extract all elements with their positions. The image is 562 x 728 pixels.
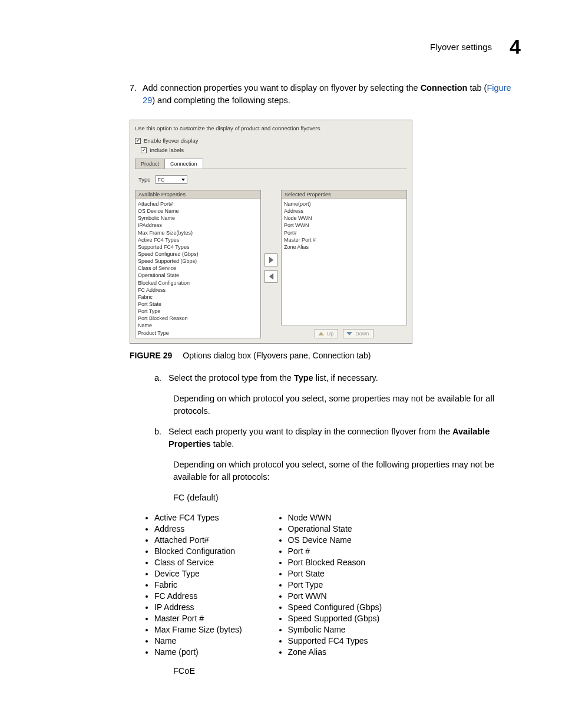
list-item[interactable]: Zone Alias bbox=[284, 243, 404, 251]
step-7a-pre: Select the bbox=[168, 373, 209, 383]
step-7a-text: Select the protocol type from the Type l… bbox=[168, 372, 378, 384]
step-7-text-mid: tab ( bbox=[467, 83, 487, 93]
step-7a: a. Select the protocol type from the Typ… bbox=[154, 372, 521, 384]
properties-bullet-right: Node WWNOperational StateOS Device NameP… bbox=[275, 512, 382, 658]
list-item[interactable]: Port State bbox=[138, 301, 258, 308]
list-item[interactable]: Class of Service bbox=[138, 265, 258, 272]
list-item[interactable]: FC Address bbox=[138, 286, 258, 294]
step-7b: b. Select each property you want to disp… bbox=[154, 426, 521, 450]
list-item: Node WWN bbox=[288, 512, 382, 523]
available-properties-list[interactable]: Attached Port#OS Device NameSymbolic Nam… bbox=[135, 199, 261, 338]
list-item[interactable]: Max Frame Size(bytes) bbox=[138, 229, 258, 236]
arrow-left-icon bbox=[269, 273, 274, 280]
figure-caption: FIGURE 29Options dialog box (Flyovers pa… bbox=[130, 351, 521, 360]
available-properties-col: Available Properties Attached Port#OS De… bbox=[135, 190, 261, 338]
triangle-down-icon bbox=[346, 332, 352, 335]
page-content: 7. Add connection properties you want to… bbox=[0, 64, 562, 687]
list-item: Blocked Configuration bbox=[154, 546, 242, 557]
include-labels-label: Include labels bbox=[150, 147, 184, 153]
enable-flyover-checkbox-row[interactable]: ✔ Enable flyover display bbox=[135, 137, 407, 144]
step-7-bold-connection: Connection bbox=[421, 83, 468, 93]
list-item: Zone Alias bbox=[288, 647, 382, 658]
list-item[interactable]: Speed Supported (Gbps) bbox=[138, 258, 258, 265]
list-item[interactable]: Address bbox=[284, 207, 404, 215]
include-labels-checkbox-row[interactable]: ✔ Include labels bbox=[141, 147, 407, 153]
options-dialog-screenshot: Use this option to customize the display… bbox=[130, 120, 412, 344]
list-item: Supported FC4 Types bbox=[288, 635, 382, 647]
tab-connection[interactable]: Connection bbox=[164, 159, 203, 169]
selected-properties-list[interactable]: Name(port)AddressNode WWNPort WWNPort#Ma… bbox=[281, 199, 407, 325]
list-item[interactable]: Fabric bbox=[138, 294, 258, 301]
step-7a-letter: a. bbox=[154, 372, 161, 384]
list-item[interactable]: Product Type bbox=[138, 330, 258, 337]
arrow-right-icon bbox=[269, 256, 274, 263]
list-item[interactable]: Master Port # bbox=[284, 236, 404, 243]
step-7a-protocol: protocol bbox=[209, 373, 240, 383]
down-button[interactable]: Down bbox=[343, 329, 373, 338]
properties-bullet-columns: Active FC4 TypesAddressAttached Port#Blo… bbox=[141, 512, 521, 658]
step-7-number: 7. bbox=[130, 82, 137, 107]
move-left-button[interactable] bbox=[265, 270, 277, 283]
chevron-down-icon bbox=[181, 179, 185, 181]
move-right-button[interactable] bbox=[265, 253, 277, 266]
list-item[interactable]: Node WWN bbox=[284, 215, 404, 222]
step-7b-letter: b. bbox=[154, 426, 161, 450]
list-item: Active FC4 Types bbox=[154, 512, 242, 523]
list-item: Name bbox=[154, 635, 242, 647]
include-labels-checkbox[interactable]: ✔ bbox=[141, 147, 147, 153]
list-item[interactable]: Attached Port# bbox=[138, 200, 258, 207]
list-item[interactable]: Port Blocked Reason bbox=[138, 315, 258, 322]
list-item[interactable]: Name(port) bbox=[284, 200, 404, 207]
list-item: Speed Supported (Gbps) bbox=[288, 613, 382, 624]
step-7a-para: Depending on which protocol you select, … bbox=[173, 393, 521, 417]
list-item[interactable]: OS Device Name bbox=[138, 207, 258, 215]
list-item: Device Type bbox=[154, 568, 242, 579]
list-item[interactable]: Blocked Configuration bbox=[138, 279, 258, 286]
fcoe-label: FCoE bbox=[173, 666, 521, 676]
list-item: FC Address bbox=[154, 591, 242, 602]
list-item: Symbolic Name bbox=[288, 624, 382, 635]
list-item[interactable]: IPAddress bbox=[138, 222, 258, 229]
list-item: Class of Service bbox=[154, 557, 242, 568]
list-item[interactable]: Speed Configured (Gbps) bbox=[138, 251, 258, 258]
fc-default-label: FC (default) bbox=[173, 492, 521, 504]
list-item: Address bbox=[154, 523, 242, 535]
figure-caption-text: Options dialog box (Flyovers pane, Conne… bbox=[183, 351, 371, 360]
dialog-tabs: Product Connection bbox=[135, 158, 407, 169]
step-7-text-post: ) and completing the following steps. bbox=[152, 95, 290, 105]
step-7b-para: Depending on which protocol you select, … bbox=[173, 459, 521, 483]
step-7-text-pre: Add connection properties you want to di… bbox=[143, 83, 421, 93]
tab-product[interactable]: Product bbox=[135, 159, 164, 169]
list-item[interactable]: Active FC4 Types bbox=[138, 236, 258, 243]
header-chapter: 4 bbox=[510, 35, 521, 58]
list-item[interactable]: Port Type bbox=[138, 308, 258, 315]
available-properties-header: Available Properties bbox=[135, 190, 261, 199]
type-row: Type FC bbox=[138, 175, 407, 184]
list-item[interactable]: Operational State bbox=[138, 272, 258, 279]
step-7: 7. Add connection properties you want to… bbox=[130, 82, 521, 107]
enable-flyover-checkbox[interactable]: ✔ bbox=[135, 138, 141, 144]
list-item[interactable]: Port# bbox=[284, 229, 404, 236]
list-item: OS Device Name bbox=[288, 535, 382, 546]
header-title: Flyover settings bbox=[430, 42, 492, 52]
up-button-label: Up bbox=[327, 331, 334, 337]
list-item: Max Frame Size (bytes) bbox=[154, 624, 242, 635]
list-item[interactable]: Name bbox=[138, 322, 258, 329]
list-item[interactable]: Symbolic Name bbox=[138, 215, 258, 222]
list-item: Attached Port# bbox=[154, 535, 242, 546]
properties-bullet-left: Active FC4 TypesAddressAttached Port#Blo… bbox=[141, 512, 242, 658]
list-item: Operational State bbox=[288, 523, 382, 535]
down-button-label: Down bbox=[355, 331, 369, 337]
list-item: Speed Configured (Gbps) bbox=[288, 602, 382, 613]
figure-number: FIGURE 29 bbox=[130, 351, 172, 360]
up-button[interactable]: Up bbox=[315, 329, 339, 338]
selected-properties-header: Selected Properties bbox=[281, 190, 407, 199]
list-item[interactable]: Port WWN bbox=[284, 222, 404, 229]
step-7a-bold-type: Type bbox=[294, 373, 313, 383]
list-item: IP Address bbox=[154, 602, 242, 613]
triangle-up-icon bbox=[318, 332, 324, 335]
list-item[interactable]: Supported FC4 Types bbox=[138, 243, 258, 251]
type-select[interactable]: FC bbox=[156, 175, 187, 184]
type-label: Type bbox=[138, 176, 151, 183]
list-item: Port State bbox=[288, 568, 382, 579]
